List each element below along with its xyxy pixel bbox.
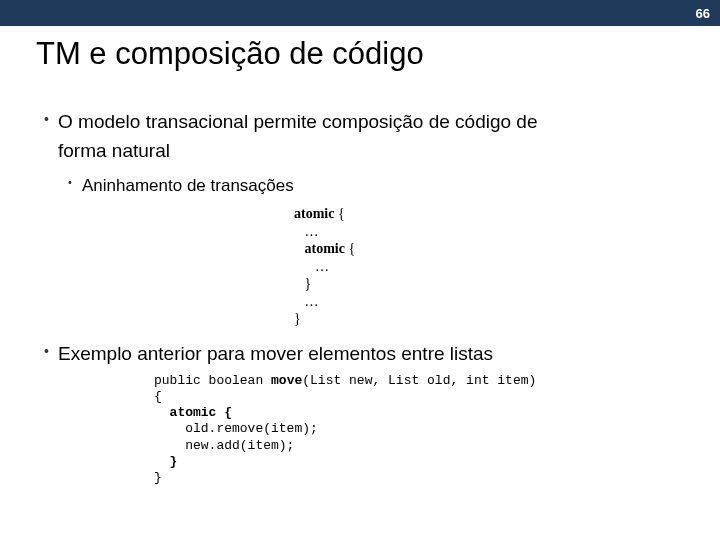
code-text: } [294, 276, 311, 291]
slide-content: O modelo transacional permite composição… [0, 72, 720, 486]
page-number: 66 [696, 6, 710, 21]
code-text: (List new, List old, int item) [302, 373, 536, 388]
code-text: … [294, 259, 329, 274]
code-nesting: atomic { … atomic { … } … } [294, 205, 676, 328]
bullet-main-1: O modelo transacional permite composição… [44, 110, 676, 135]
code-text: … [294, 294, 319, 309]
code-text: … [294, 224, 319, 239]
code-kw: } [154, 454, 177, 469]
code-text: { [345, 241, 355, 256]
bullet-main-1-cont: forma natural [44, 139, 676, 164]
header-bar: 66 [0, 0, 720, 26]
code-text: { [334, 206, 344, 221]
slide-title: TM e composição de código [0, 26, 720, 72]
bullet-sub-1: Aninhamento de transações [44, 175, 676, 197]
code-kw: atomic [294, 206, 334, 221]
code-move: public boolean move(List new, List old, … [154, 373, 676, 487]
code-text: old.remove(item); [154, 421, 318, 436]
code-kw: atomic [294, 241, 345, 256]
code-text: public boolean [154, 373, 271, 388]
code-text: new.add(item); [154, 438, 294, 453]
code-text: } [294, 311, 301, 326]
code-text: } [154, 470, 162, 485]
code-kw: atomic { [154, 405, 232, 420]
code-text: { [154, 389, 162, 404]
code-kw: move [271, 373, 302, 388]
bullet-main-2: Exemplo anterior para mover elementos en… [44, 342, 676, 367]
